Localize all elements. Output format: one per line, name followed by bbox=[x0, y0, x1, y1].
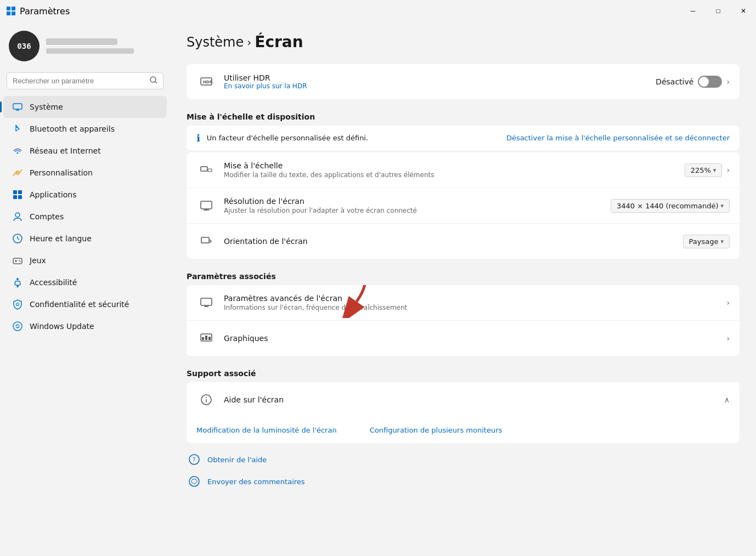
svg-point-23 bbox=[20, 261, 21, 262]
svg-rect-1 bbox=[12, 7, 15, 10]
sidebar-item-reseau[interactable]: Réseau et Internet bbox=[3, 140, 167, 162]
hdr-learn-link[interactable]: En savoir plus sur la HDR bbox=[224, 82, 649, 90]
mise-echelle-chevron-down: ▾ bbox=[713, 167, 716, 174]
breadcrumb-system[interactable]: Système bbox=[187, 35, 244, 50]
resolution-value: 3440 × 1440 (recommandé) bbox=[617, 202, 719, 210]
sidebar-item-windows-update[interactable]: Windows Update bbox=[3, 315, 167, 337]
profile-name bbox=[46, 38, 117, 45]
info-icon: ℹ bbox=[196, 132, 200, 144]
sidebar-item-perso[interactable]: Personnalisation bbox=[3, 162, 167, 184]
svg-point-50 bbox=[189, 476, 199, 486]
graphiques-row[interactable]: Graphiques › bbox=[187, 321, 740, 356]
svg-rect-2 bbox=[7, 12, 10, 15]
avances-title: Paramètres avancés de l'écran bbox=[224, 294, 720, 303]
svg-rect-36 bbox=[201, 237, 209, 243]
orientation-title: Orientation de l'écran bbox=[224, 237, 676, 246]
search-input[interactable] bbox=[13, 77, 145, 85]
svg-line-18 bbox=[18, 239, 19, 240]
graphiques-title: Graphiques bbox=[224, 334, 720, 343]
info-action-link[interactable]: Désactiver la mise à l'échelle personnal… bbox=[506, 134, 730, 142]
breadcrumb-current: Écran bbox=[255, 33, 303, 51]
sidebar-item-jeux[interactable]: Jeux bbox=[3, 249, 167, 271]
sidebar-item-applications[interactable]: Applications bbox=[3, 184, 167, 206]
avances-chevron: › bbox=[726, 298, 730, 307]
bluetooth-icon bbox=[12, 123, 23, 134]
sidebar-label-jeux: Jeux bbox=[30, 256, 46, 265]
search-box[interactable] bbox=[7, 72, 163, 89]
heure-icon bbox=[12, 233, 23, 244]
feedback-item[interactable]: Envoyer des commentaires bbox=[187, 474, 740, 489]
orientation-right: Paysage ▾ bbox=[683, 235, 730, 248]
resolution-content: Résolution de l'écran Ajuster la résolut… bbox=[224, 197, 604, 214]
avances-row[interactable]: Paramètres avancés de l'écran Informatio… bbox=[187, 285, 740, 321]
maximize-button[interactable]: □ bbox=[706, 0, 731, 22]
sidebar-label-confidentialite: Confidentialité et sécurité bbox=[30, 300, 129, 309]
minimize-button[interactable]: ─ bbox=[680, 0, 706, 22]
svg-point-22 bbox=[19, 260, 20, 261]
orientation-content: Orientation de l'écran bbox=[224, 237, 676, 246]
hdr-toggle-knob bbox=[699, 77, 709, 87]
echelle-card: Mise à l'échelle Modifier la taille du t… bbox=[187, 152, 740, 259]
svg-rect-44 bbox=[208, 337, 211, 340]
hdr-title: Utiliser HDR bbox=[224, 73, 649, 82]
avances-right: › bbox=[726, 298, 730, 307]
obtenir-aide-link[interactable]: Obtenir de l'aide bbox=[207, 456, 267, 464]
hdr-toggle[interactable] bbox=[698, 76, 722, 88]
mise-echelle-right: 225% ▾ › bbox=[685, 163, 730, 177]
support-link-luminosite[interactable]: Modification de la luminosité de l'écran bbox=[196, 426, 337, 434]
app-icon bbox=[7, 7, 15, 15]
breadcrumb-arrow: › bbox=[247, 36, 251, 49]
info-text: Un facteur d'échelle personnalisée est d… bbox=[207, 134, 500, 142]
titlebar-title: Paramètres bbox=[20, 6, 70, 16]
orientation-dropdown[interactable]: Paysage ▾ bbox=[683, 235, 730, 248]
search-icon bbox=[150, 76, 157, 86]
obtenir-aide-item[interactable]: ? Obtenir de l'aide bbox=[187, 452, 740, 467]
sidebar-label-windows-update: Windows Update bbox=[30, 322, 94, 331]
sidebar-label-perso: Personnalisation bbox=[30, 168, 93, 177]
sidebar-item-confidentialite[interactable]: Confidentialité et sécurité bbox=[3, 293, 167, 315]
svg-rect-38 bbox=[201, 298, 212, 305]
orientation-value: Paysage bbox=[689, 237, 719, 246]
resolution-dropdown[interactable]: 3440 × 1440 (recommandé) ▾ bbox=[611, 199, 730, 213]
resolution-icon bbox=[196, 196, 216, 215]
svg-point-28 bbox=[13, 322, 22, 331]
close-button[interactable]: ✕ bbox=[731, 0, 756, 22]
svg-point-9 bbox=[17, 152, 19, 154]
main-content: Système › Écran HDR Utiliser HDR En savo… bbox=[170, 22, 756, 556]
svg-line-5 bbox=[155, 82, 157, 83]
sidebar-label-reseau: Réseau et Internet bbox=[30, 146, 101, 155]
sidebar-item-comptes[interactable]: Comptes bbox=[3, 206, 167, 228]
resolution-right: 3440 × 1440 (recommandé) ▾ bbox=[611, 199, 730, 213]
svg-point-4 bbox=[150, 77, 156, 82]
sidebar-item-heure[interactable]: Heure et langue bbox=[3, 228, 167, 249]
app-window: 036 bbox=[0, 22, 756, 556]
aide-header[interactable]: Aide sur l'écran ∧ bbox=[187, 382, 740, 417]
section-echelle-label: Mise à l'échelle et disposition bbox=[187, 101, 740, 126]
svg-point-24 bbox=[16, 278, 19, 280]
svg-rect-32 bbox=[208, 169, 212, 172]
hdr-content: Utiliser HDR En savoir plus sur la HDR bbox=[224, 73, 649, 90]
feedback-link[interactable]: Envoyer des commentaires bbox=[207, 478, 305, 486]
resolution-subtitle: Ajuster la résolution pour l'adapter à v… bbox=[224, 207, 604, 214]
orientation-row[interactable]: Orientation de l'écran Paysage ▾ bbox=[187, 224, 740, 259]
profile-email bbox=[46, 48, 134, 54]
mise-echelle-subtitle: Modifier la taille du texte, des applica… bbox=[224, 171, 678, 179]
resolution-row[interactable]: Résolution de l'écran Ajuster la résolut… bbox=[187, 188, 740, 224]
hdr-row[interactable]: HDR Utiliser HDR En savoir plus sur la H… bbox=[187, 64, 740, 99]
resolution-title: Résolution de l'écran bbox=[224, 197, 604, 206]
sidebar-label-heure: Heure et langue bbox=[30, 234, 92, 243]
mise-echelle-dropdown[interactable]: 225% ▾ bbox=[685, 163, 723, 177]
sidebar-item-bluetooth[interactable]: Bluetooth et appareils bbox=[3, 118, 167, 140]
sidebar-label-bluetooth: Bluetooth et appareils bbox=[30, 124, 115, 133]
svg-rect-43 bbox=[205, 336, 207, 340]
avances-subtitle: Informations sur l'écran, fréquence de r… bbox=[224, 304, 720, 311]
support-card: Aide sur l'écran ∧ Modification de la lu… bbox=[187, 382, 740, 443]
obtenir-aide-icon: ? bbox=[187, 452, 202, 467]
sidebar-item-systeme[interactable]: Système bbox=[3, 96, 167, 118]
sidebar-item-access[interactable]: Accessibilité bbox=[3, 271, 167, 293]
aide-icon bbox=[196, 390, 216, 410]
graphiques-content: Graphiques bbox=[224, 334, 720, 343]
systeme-icon bbox=[12, 101, 23, 112]
mise-echelle-row[interactable]: Mise à l'échelle Modifier la taille du t… bbox=[187, 152, 740, 188]
support-link-moniteurs[interactable]: Configuration de plusieurs moniteurs bbox=[370, 426, 503, 434]
